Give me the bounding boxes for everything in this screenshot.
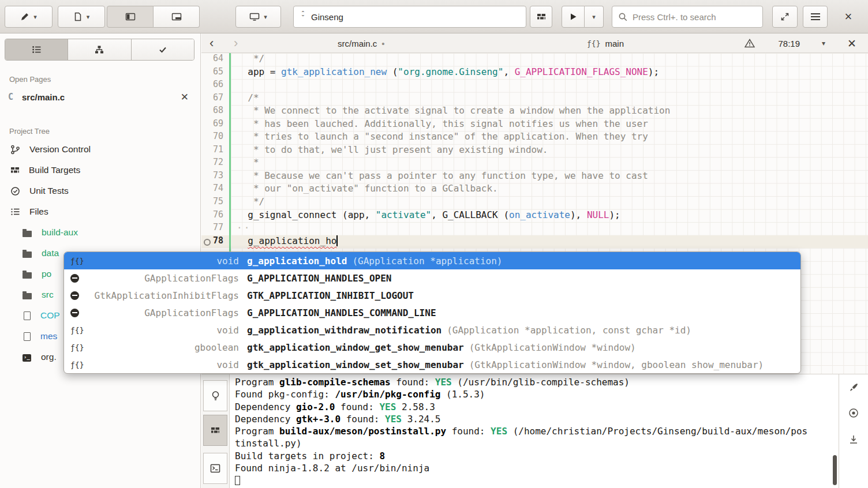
completion-row[interactable]: ƒ{}voidgtk_application_window_set_show_m… (64, 356, 800, 373)
fullscreen-button[interactable] (772, 6, 798, 28)
sidebar-tab-build[interactable] (68, 39, 131, 60)
nav-back-icon[interactable]: ‹ (209, 33, 214, 53)
run-button[interactable] (562, 6, 585, 28)
code-line[interactable]: * to do that, we'll just present any exi… (231, 144, 868, 157)
open-page-row[interactable]: C src/main.c ✕ (0, 87, 200, 107)
tests-icon (10, 186, 20, 196)
app-window: { "header": { "project_name": "Ginseng",… (0, 0, 868, 488)
edit-mode-button[interactable]: ▾ (5, 6, 53, 28)
sidebar-tab-checks[interactable] (132, 39, 194, 60)
symbol-name: main (605, 39, 624, 48)
open-page-name: src/main.c (22, 92, 65, 102)
run-options-button[interactable]: ▾ (585, 6, 604, 28)
menu-button[interactable] (803, 6, 828, 28)
code-line[interactable]: * tries to launch a "second instance" of… (231, 131, 868, 144)
chevron-down-icon[interactable]: ▾ (822, 33, 825, 53)
code-line[interactable]: * (231, 157, 868, 170)
tree-item-label: Build Targets (29, 165, 80, 175)
line-number[interactable]: 68 (201, 105, 229, 118)
build-status-omnibar[interactable]: ˆˇ Ginseng (293, 6, 526, 28)
breadcrumb-path: src/main.c (338, 39, 377, 48)
build-button[interactable] (530, 6, 552, 28)
nav-forward-icon[interactable]: › (234, 33, 238, 53)
line-number[interactable]: 70 (201, 131, 229, 144)
code-line[interactable]: app = gtk_application_new ("org.gnome.Gi… (231, 66, 868, 80)
completion-row[interactable]: ƒ{}voidg_application_withdraw_notificati… (64, 321, 800, 339)
console-line: Found pkg-config: /usr/bin/pkg-config (1… (235, 388, 810, 400)
console-line: Program glib-compile-schemas found: YES … (235, 376, 810, 388)
terminal-panel-button[interactable] (203, 453, 227, 484)
completion-row[interactable]: GApplicationFlagsG_APPLICATION_HANDLES_O… (64, 269, 800, 287)
line-number[interactable]: 65 (201, 66, 229, 80)
line-number[interactable]: 76 (201, 209, 229, 223)
symbol-selector[interactable]: ƒ{} main (587, 33, 624, 53)
line-number[interactable]: 77 (201, 222, 229, 235)
code-line[interactable]: g_signal_connect (app, "activate", G_CAL… (231, 209, 868, 223)
completion-row[interactable]: ƒ{}voidg_application_hold(GApplication *… (64, 252, 800, 269)
format-button[interactable] (839, 382, 868, 393)
line-number[interactable]: 71 (201, 144, 229, 157)
completion-type: void (85, 359, 239, 370)
build-output-panel-button[interactable] (203, 415, 227, 446)
code-line[interactable]: ·· (231, 222, 868, 235)
search-input[interactable] (633, 12, 757, 22)
line-number[interactable]: 72 (201, 157, 229, 170)
right-utility-strip (839, 374, 868, 488)
function-icon: ƒ{} (70, 257, 85, 265)
code-line[interactable] (231, 79, 868, 92)
checkmark-icon (158, 45, 167, 54)
diagnostics-button[interactable] (744, 33, 755, 53)
close-window-button[interactable]: × (836, 6, 861, 28)
sidebar-tab-tree[interactable] (5, 39, 68, 60)
record-button[interactable] (839, 408, 868, 418)
tree-item-build-targets[interactable]: Build Targets (0, 160, 200, 181)
console-line: Program build-aux/meson/postinstall.py f… (235, 425, 810, 450)
open-pages-label: Open Pages (9, 75, 51, 84)
monitor-icon (249, 12, 260, 21)
completion-row[interactable]: ƒ{}gbooleangtk_application_window_get_sh… (64, 339, 800, 356)
code-line[interactable]: * Because we can't pass a pointer to any… (231, 170, 868, 183)
code-line[interactable]: * has been lauched. Additionally, this s… (231, 118, 868, 132)
folder-icon (23, 293, 32, 299)
console-scrollbar[interactable] (833, 455, 837, 485)
line-number[interactable]: 69 (201, 118, 229, 132)
open-document-button[interactable]: ▾ (58, 6, 105, 28)
header-bar: ▾ ▾ ▾ ˆˇ Ginseng ▾ × (0, 0, 868, 33)
sidebar-tab-group (5, 39, 194, 61)
device-selector-button[interactable]: ▾ (235, 6, 281, 28)
line-number[interactable]: 67 (201, 92, 229, 106)
completion-row[interactable]: GtkApplicationInhibitFlagsGTK_APPLICATIO… (64, 287, 800, 304)
tree-file-build-aux[interactable]: build-aux (0, 222, 200, 243)
line-number[interactable]: 73 (201, 170, 229, 183)
line-number[interactable]: 75 (201, 196, 229, 209)
code-line[interactable]: * We connect to the activate signal to c… (231, 105, 868, 118)
line-number[interactable]: 78 (201, 235, 229, 249)
tree-item-version-control[interactable]: Version Control (0, 139, 200, 160)
file-label: data (42, 248, 59, 258)
project-tree-label: Project Tree (9, 127, 50, 136)
toggle-bottom-panel-button[interactable] (154, 6, 200, 28)
breadcrumb[interactable]: src/main.c • (338, 33, 385, 53)
code-line[interactable]: */ (231, 196, 868, 209)
code-line[interactable]: /* (231, 92, 868, 106)
download-button[interactable] (839, 434, 868, 445)
close-page-icon[interactable]: ✕ (181, 91, 189, 103)
line-number[interactable]: 74 (201, 183, 229, 196)
completion-row[interactable]: GApplicationFlagsG_APPLICATION_HANDLES_C… (64, 304, 800, 321)
chevron-down-icon: ▾ (264, 13, 267, 21)
line-number[interactable]: 66 (201, 79, 229, 92)
toggle-left-panel-button[interactable] (107, 6, 154, 28)
code-line[interactable]: * our "on_activate" function to a GCallb… (231, 183, 868, 196)
tree-item-unit-tests[interactable]: Unit Tests (0, 181, 200, 201)
messages-panel-button[interactable] (203, 380, 227, 411)
cursor-position: 78:19 (778, 33, 800, 53)
code-line[interactable]: */ (231, 53, 868, 66)
code-line[interactable]: g_application_ho (231, 235, 868, 249)
tree-item-files[interactable]: Files (0, 201, 200, 222)
console-line (235, 474, 810, 486)
line-number[interactable]: 64 (201, 53, 229, 66)
build-output-console[interactable]: Program glib-compile-schemas found: YES … (235, 376, 810, 487)
completion-name: G_APPLICATION_HANDLES_COMMAND_LINE (247, 307, 436, 318)
close-editor-icon[interactable]: ✕ (847, 33, 856, 53)
completion-params: (GApplication *application) (352, 256, 502, 266)
